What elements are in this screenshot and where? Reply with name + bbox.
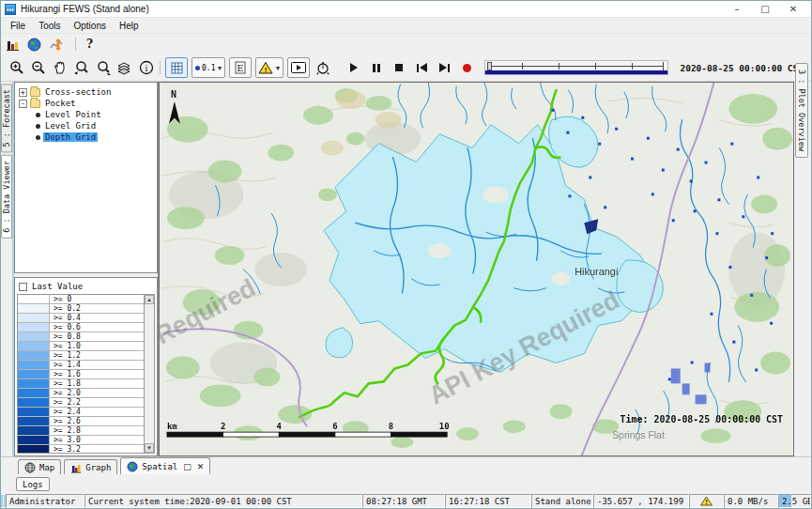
menu-options[interactable]: Options	[67, 20, 112, 32]
legend-row: >= 2.6	[18, 417, 144, 426]
tab-close-icon[interactable]: ✕	[197, 462, 205, 471]
pan-hand-icon[interactable]	[50, 58, 69, 78]
zoom-in-icon[interactable]	[7, 58, 26, 78]
interval-display-icon[interactable]	[50, 38, 65, 52]
tab-graph[interactable]: Graph	[64, 459, 117, 474]
animation-export-button[interactable]	[287, 57, 310, 78]
status-local-time: 16:27:18 CST	[445, 494, 531, 508]
tab-map[interactable]: Map	[18, 459, 61, 474]
side-tab-forecast[interactable]: 5 : Forecast	[1, 84, 12, 152]
stop-button[interactable]	[389, 58, 409, 77]
tree-expander-icon[interactable]: +	[19, 88, 27, 97]
menu-tools[interactable]: Tools	[32, 20, 67, 32]
legend-threshold-label: >= 1.2	[50, 351, 144, 360]
legend-color-swatch	[18, 436, 50, 444]
status-warning-cell[interactable]: !	[689, 494, 724, 508]
info-icon[interactable]: i	[136, 58, 156, 78]
skip-to-end-button[interactable]	[434, 58, 454, 77]
maximize-button[interactable]: □	[751, 2, 779, 17]
map-view[interactable]: API Key Required API Key Required Hikura…	[159, 82, 794, 456]
legend-threshold-label: >= 2.4	[50, 408, 144, 416]
tree-item-level-grid[interactable]: Level Grid	[17, 120, 157, 131]
svg-text:10: 10	[439, 422, 450, 431]
tree-item-label: Pocket	[43, 99, 78, 108]
window-title: Hikurangi FEWS (Stand alone)	[21, 4, 149, 14]
legend-scrollbar[interactable]: ▲ ▼	[144, 295, 154, 453]
tree-item-depth-grid[interactable]: Depth Grid	[17, 131, 157, 143]
tree-item-cross-section[interactable]: +Cross-section	[17, 86, 157, 98]
layers-icon[interactable]	[115, 58, 134, 78]
title-bar: Hikurangi FEWS (Stand alone) – □ ✕	[1, 1, 811, 18]
zoom-out-icon[interactable]	[28, 58, 48, 78]
label-threshold-value: 0.1	[202, 64, 215, 72]
exceedance-button[interactable]: E	[229, 57, 252, 78]
legend-color-swatch	[18, 361, 50, 369]
grid-display-button[interactable]	[165, 57, 188, 78]
map-display-icon[interactable]	[27, 38, 41, 52]
tree-item-label: Cross-section	[43, 87, 113, 97]
legend-threshold-label: >= 0.6	[50, 323, 144, 332]
close-button[interactable]: ✕	[779, 2, 807, 17]
time-slider-track[interactable]	[484, 60, 668, 70]
scroll-down-icon[interactable]: ▼	[145, 443, 154, 453]
legend-row: >= 3.2	[18, 445, 144, 453]
legend-row: >= 2.8	[18, 426, 144, 436]
svg-text:2: 2	[221, 422, 225, 431]
status-coordinates: -35.657 , 174.199	[593, 494, 689, 508]
legend-row: >= 2.2	[18, 398, 144, 408]
legend-row: >= 1.8	[18, 379, 144, 389]
help-button[interactable]: ?	[86, 38, 93, 51]
display-tabs: Map Graph Spatial □ ✕	[1, 456, 811, 474]
scroll-up-icon[interactable]: ▲	[145, 295, 154, 304]
warning-threshold-button[interactable]: !▼	[255, 57, 283, 78]
stopwatch-icon[interactable]	[313, 58, 332, 78]
label-threshold-button[interactable]: 0.1▼	[192, 57, 225, 78]
logs-button[interactable]: Logs	[16, 477, 50, 491]
legend-title: Last Value	[32, 282, 83, 291]
legend-color-swatch	[18, 389, 50, 397]
legend-row: >= 1.6	[18, 370, 144, 379]
play-button[interactable]	[344, 58, 364, 77]
legend-threshold-label: >= 3.2	[50, 445, 144, 453]
record-button[interactable]	[456, 58, 477, 77]
pause-button[interactable]	[366, 58, 387, 77]
right-tab-strip: 3 : Plot Overview	[794, 82, 811, 456]
zoom-next-icon[interactable]	[93, 58, 113, 78]
legend-threshold-label: >= 1.8	[50, 379, 144, 388]
legend-threshold-label: >= 2.2	[50, 398, 144, 407]
time-slider[interactable]	[484, 57, 668, 78]
side-tab-plot-overview[interactable]: 3 : Plot Overview	[795, 63, 808, 158]
tab-spatial[interactable]: Spatial □ ✕	[120, 457, 210, 474]
legend-color-swatch	[18, 408, 50, 416]
svg-text:8: 8	[389, 422, 393, 431]
tree-item-level-point[interactable]: Level Point	[17, 109, 157, 120]
tab-maximize-icon[interactable]: □	[183, 462, 192, 471]
legend-row: >= 1.4	[18, 361, 144, 370]
legend-row: >= 0.2	[18, 304, 144, 314]
menu-help[interactable]: Help	[113, 20, 146, 32]
legend-color-swatch	[18, 332, 50, 341]
time-slider-handle[interactable]	[487, 62, 492, 70]
database-display-icon[interactable]	[7, 39, 19, 51]
status-bar: Administrator Current system time:2020-0…	[1, 494, 811, 508]
menu-bar: FileToolsOptionsHelp	[1, 18, 811, 34]
legend-color-swatch	[18, 417, 50, 425]
menu-file[interactable]: File	[4, 20, 32, 32]
minimize-button[interactable]: –	[723, 2, 751, 17]
tree-expander-icon[interactable]: -	[19, 100, 27, 108]
zoom-previous-icon[interactable]	[71, 58, 91, 78]
map-time-label: Time: 2020-08-25 00:00:00 CST	[620, 414, 783, 424]
last-value-checkbox[interactable]	[19, 283, 27, 291]
status-mode: Stand alone	[531, 494, 593, 508]
legend-color-swatch	[18, 426, 50, 435]
legend-row: >= 1.0	[18, 342, 144, 351]
legend-threshold-label: >= 2.6	[50, 417, 144, 425]
main-area: 5 : Forecast6 : Data Viewer +Cross-secti…	[1, 82, 811, 456]
legend-row: >= 2.4	[18, 408, 144, 417]
status-gmt-time: 08:27:18 GMT	[362, 494, 445, 508]
skip-to-start-button[interactable]	[411, 58, 432, 77]
tree-item-pocket[interactable]: -Pocket	[17, 98, 157, 109]
warning-icon: !	[700, 496, 712, 506]
side-tab-data-viewer[interactable]: 6 : Data Viewer	[1, 155, 12, 239]
legend-threshold-label: >= 0.2	[50, 304, 144, 313]
